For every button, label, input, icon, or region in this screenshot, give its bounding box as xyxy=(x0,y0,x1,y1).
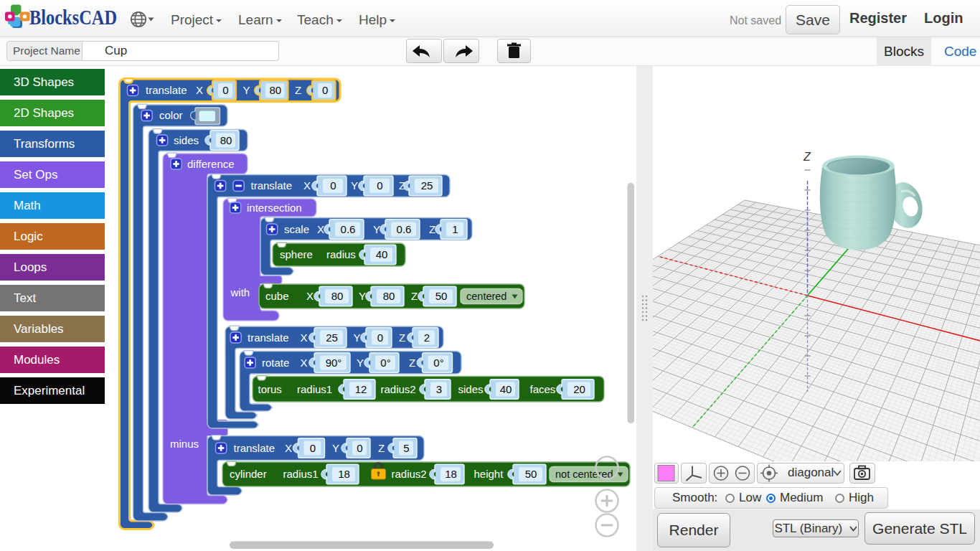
svg-text:translate: translate xyxy=(234,442,275,454)
svg-text:Y: Y xyxy=(359,290,366,302)
svg-text:80: 80 xyxy=(383,290,395,302)
svg-text:cube: cube xyxy=(265,290,289,302)
svg-text:0°: 0° xyxy=(380,357,390,369)
svg-text:Z: Z xyxy=(399,331,405,344)
svg-text:0: 0 xyxy=(377,331,383,344)
svg-text:rotate: rotate xyxy=(262,357,289,369)
svg-text:80: 80 xyxy=(331,290,344,302)
svg-text:Z: Z xyxy=(295,84,301,96)
svg-text:18: 18 xyxy=(445,468,457,480)
svg-text:BlocksCAD: BlocksCAD xyxy=(29,6,117,29)
svg-text:minus: minus xyxy=(170,438,199,450)
svg-text:0.6: 0.6 xyxy=(341,223,356,235)
svg-text:0: 0 xyxy=(310,442,316,454)
svg-text:40: 40 xyxy=(376,248,388,260)
svg-text:torus: torus xyxy=(258,383,282,395)
svg-text:X: X xyxy=(301,357,308,369)
svg-text:Z: Z xyxy=(803,151,811,163)
svg-text:X: X xyxy=(306,290,314,302)
svg-text:radius: radius xyxy=(326,248,356,260)
svg-text:translate: translate xyxy=(248,331,289,344)
svg-text:height: height xyxy=(474,468,504,480)
svg-text:X: X xyxy=(285,442,292,454)
svg-text:25: 25 xyxy=(326,331,338,344)
svg-text:Y: Y xyxy=(357,357,364,369)
svg-text:80: 80 xyxy=(220,134,232,146)
svg-text:color: color xyxy=(159,109,183,121)
svg-text:sides: sides xyxy=(174,134,199,146)
svg-text:cylinder: cylinder xyxy=(230,468,267,480)
svg-text:Y: Y xyxy=(354,331,361,344)
svg-text:Y: Y xyxy=(351,179,358,192)
svg-text:X: X xyxy=(317,223,324,235)
svg-text:scale: scale xyxy=(284,223,309,235)
svg-text:50: 50 xyxy=(435,290,448,302)
svg-text:with: with xyxy=(230,286,250,298)
svg-text:0: 0 xyxy=(377,179,382,192)
svg-text:0: 0 xyxy=(357,442,362,454)
svg-text:translate: translate xyxy=(146,84,187,96)
svg-text:Z: Z xyxy=(429,223,435,235)
svg-text:0: 0 xyxy=(322,84,328,96)
svg-text:X: X xyxy=(196,84,203,96)
svg-text:50: 50 xyxy=(525,468,537,480)
svg-text:Z: Z xyxy=(409,357,415,369)
svg-text:faces: faces xyxy=(530,383,556,395)
svg-text:radius2: radius2 xyxy=(392,468,427,480)
svg-text:radius1: radius1 xyxy=(283,468,319,480)
svg-text:1: 1 xyxy=(452,223,458,235)
svg-text:Z: Z xyxy=(378,442,385,454)
svg-text:80: 80 xyxy=(269,84,281,96)
svg-text:X: X xyxy=(303,179,311,192)
svg-text:3: 3 xyxy=(436,383,442,395)
svg-text:18: 18 xyxy=(338,468,350,480)
svg-text:Y: Y xyxy=(332,442,339,454)
svg-text:0°: 0° xyxy=(433,357,443,369)
svg-text:radius2: radius2 xyxy=(381,383,416,395)
svg-text:intersection: intersection xyxy=(247,202,302,214)
svg-text:0: 0 xyxy=(330,179,336,192)
svg-text:radius1: radius1 xyxy=(297,383,332,395)
svg-text:sides: sides xyxy=(458,383,484,395)
svg-text:12: 12 xyxy=(355,383,367,395)
svg-text:Z: Z xyxy=(411,290,418,302)
svg-text:20: 20 xyxy=(573,383,585,395)
svg-text:2: 2 xyxy=(424,331,430,344)
svg-text:Y: Y xyxy=(373,223,380,235)
svg-text:25: 25 xyxy=(421,179,433,192)
svg-text:5: 5 xyxy=(403,442,409,454)
svg-text:0: 0 xyxy=(222,84,228,96)
svg-text:90°: 90° xyxy=(326,357,342,369)
svg-text:0.6: 0.6 xyxy=(397,223,412,235)
svg-text:X: X xyxy=(301,331,308,344)
svg-text:Y: Y xyxy=(243,84,250,96)
svg-text:40: 40 xyxy=(500,383,512,395)
svg-text:sphere: sphere xyxy=(280,248,313,260)
svg-text:centered: centered xyxy=(466,291,507,302)
svg-text:difference: difference xyxy=(187,158,235,170)
svg-text:translate: translate xyxy=(251,179,293,192)
